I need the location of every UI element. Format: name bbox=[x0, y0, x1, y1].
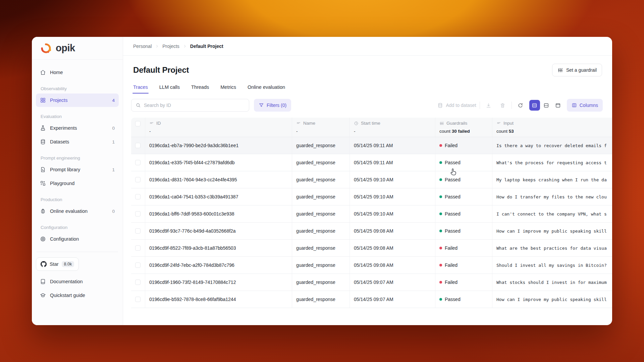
trace-start-time: 05/14/25 09:11 AM bbox=[354, 143, 393, 148]
column-label: Start time bbox=[361, 121, 380, 126]
add-to-dataset-label: Add to dataset bbox=[446, 103, 476, 108]
trace-id-link[interactable]: 0196cd9e-b592-7878-8ce8-66faf9ba1244 bbox=[149, 297, 236, 302]
export-download-button[interactable] bbox=[483, 100, 494, 111]
tab-online-evaluation[interactable]: Online evaluation bbox=[248, 84, 285, 94]
guardrail-status: Failed bbox=[439, 245, 458, 251]
row-height-large-button[interactable] bbox=[553, 100, 564, 111]
row-checkbox[interactable] bbox=[135, 245, 141, 251]
table-row[interactable]: 0196cda1-e335-7f45-bf44-c27879afd6dbguar… bbox=[131, 154, 612, 171]
trace-id-link[interactable]: 0196cd9f-1960-73f2-8149-74170884c712 bbox=[149, 280, 236, 285]
status-dot-icon bbox=[439, 298, 442, 301]
logo[interactable]: opik bbox=[32, 37, 123, 60]
table-row[interactable]: 0196cda1-bff6-7ddf-9583-600c01c3e938guar… bbox=[131, 205, 612, 223]
column-aggregate: - bbox=[296, 129, 345, 134]
row-checkbox[interactable] bbox=[135, 160, 141, 165]
playground-icon bbox=[40, 180, 46, 186]
guardrail-status: Passed bbox=[439, 297, 461, 302]
row-height-medium-button[interactable] bbox=[541, 100, 552, 111]
sidebar-section-observability: Observability bbox=[36, 86, 119, 91]
column-header-input[interactable]: Inputcount 53 bbox=[492, 118, 612, 137]
filters-button[interactable]: Filters (0) bbox=[254, 99, 291, 112]
trace-start-time: 05/14/25 09:11 AM bbox=[354, 160, 393, 165]
github-star-button[interactable]: Star 8.0k bbox=[36, 257, 79, 271]
tab-threads[interactable]: Threads bbox=[191, 84, 209, 94]
guardrail-icon bbox=[557, 67, 563, 73]
sidebar-item-projects[interactable]: Projects4 bbox=[36, 94, 119, 107]
column-header-id[interactable]: ID- bbox=[145, 118, 292, 137]
search-input[interactable] bbox=[144, 103, 245, 108]
guardrail-status: Passed bbox=[439, 228, 461, 234]
table-row[interactable]: 0196cd9f-1960-73f2-8149-74170884c712guar… bbox=[131, 274, 612, 291]
table-row[interactable]: 0196cd9e-b592-7878-8ce8-66faf9ba1244guar… bbox=[131, 291, 612, 308]
table-row[interactable]: 0196cd9f-24fd-7ebc-a2f0-784d3b87c796guar… bbox=[131, 257, 612, 274]
columns-button[interactable]: Columns bbox=[567, 99, 603, 112]
column-aggregate: count 53 bbox=[496, 129, 608, 134]
trace-name: guarded_response bbox=[296, 194, 335, 199]
trace-id-link[interactable]: 0196cda1-ca04-7541-b353-c3b39a491387 bbox=[149, 194, 238, 199]
add-to-dataset-button[interactable]: Add to dataset bbox=[437, 103, 476, 108]
row-checkbox[interactable] bbox=[135, 194, 141, 199]
table-row[interactable]: 0196cda1-eb7a-7990-be2d-9a3dc36b1ee1guar… bbox=[131, 137, 612, 154]
table-row[interactable]: 0196cda1-ca04-7541-b353-c3b39a491387guar… bbox=[131, 188, 612, 205]
trace-id-link[interactable]: 0196cda1-eb7a-7990-be2d-9a3dc36b1ee1 bbox=[149, 143, 238, 148]
row-height-small-button[interactable] bbox=[529, 100, 540, 111]
select-all-checkbox[interactable] bbox=[135, 121, 141, 126]
chevron-right-icon bbox=[155, 44, 159, 48]
search-input-wrapper bbox=[131, 99, 249, 112]
divider bbox=[512, 102, 512, 109]
column-header-name[interactable]: Name- bbox=[292, 118, 350, 137]
row-checkbox[interactable] bbox=[135, 297, 141, 302]
trace-id-link[interactable]: 0196cda1-bff6-7ddf-9583-600c01c3e938 bbox=[149, 211, 234, 217]
table-row[interactable]: 0196cd9f-93c7-776c-b49d-4a0352668f2aguar… bbox=[131, 223, 612, 240]
rows-large-icon bbox=[555, 103, 561, 108]
column-header-start[interactable]: Start time- bbox=[350, 118, 435, 137]
breadcrumb-item-projects[interactable]: Projects bbox=[162, 44, 179, 49]
guardrail-status: Passed bbox=[439, 177, 461, 182]
row-checkbox[interactable] bbox=[135, 211, 141, 217]
table-row[interactable]: 0196cda1-d831-7604-94e3-cc24e4fe4395guar… bbox=[131, 171, 612, 188]
trace-id-link[interactable]: 0196cd9f-24fd-7ebc-a2f0-784d3b87c796 bbox=[149, 262, 234, 268]
sidebar-item-prompt-library[interactable]: Prompt library1 bbox=[36, 163, 119, 176]
sidebar-item-experiments[interactable]: Experiments0 bbox=[36, 121, 119, 135]
sidebar-section-configuration: Configuration bbox=[36, 225, 119, 230]
row-checkbox[interactable] bbox=[135, 262, 141, 268]
set-guardrail-button[interactable]: Set a guardrail bbox=[552, 64, 602, 76]
prompt-file-icon bbox=[40, 167, 46, 173]
status-dot-icon bbox=[439, 247, 442, 249]
sidebar-item-configuration[interactable]: Configuration bbox=[36, 232, 119, 246]
sidebar-item-label: Datasets bbox=[50, 139, 69, 144]
refresh-button[interactable] bbox=[515, 100, 526, 111]
clock-icon bbox=[354, 121, 359, 126]
table-row[interactable]: 0196cd9f-8522-7f89-a3cb-81a87bb56503guar… bbox=[131, 240, 612, 257]
sidebar-item-home[interactable]: Home bbox=[36, 66, 119, 79]
sidebar-section-production: Production bbox=[36, 197, 119, 202]
sidebar-item-documentation[interactable]: Documentation bbox=[36, 275, 119, 288]
row-checkbox[interactable] bbox=[135, 228, 141, 234]
trace-id-link[interactable]: 0196cd9f-8522-7f89-a3cb-81a87bb56503 bbox=[149, 245, 236, 251]
sidebar-item-datasets[interactable]: Datasets1 bbox=[36, 135, 119, 148]
trace-id-link[interactable]: 0196cd9f-93c7-776c-b49d-4a0352668f2a bbox=[149, 228, 236, 234]
row-checkbox[interactable] bbox=[135, 177, 141, 182]
column-aggregate: - bbox=[354, 129, 431, 134]
title-row: Default Project Set a guardrail bbox=[123, 56, 612, 76]
sidebar-item-online-evaluation[interactable]: Online evaluation0 bbox=[36, 204, 119, 218]
trace-id-link[interactable]: 0196cda1-d831-7604-94e3-cc24e4fe4395 bbox=[149, 177, 237, 182]
row-checkbox[interactable] bbox=[135, 143, 141, 148]
table-header: ID-Name-Start time-Guardrailscount 30 fa… bbox=[131, 118, 612, 137]
sidebar-item-count: 0 bbox=[112, 126, 115, 131]
sidebar-item-quickstart-guide[interactable]: Quickstart guide bbox=[36, 289, 119, 302]
status-dot-icon bbox=[439, 213, 442, 215]
row-checkbox[interactable] bbox=[135, 280, 141, 285]
column-header-guard[interactable]: Guardrailscount 30 failed bbox=[435, 118, 492, 137]
breadcrumb-item-default-project[interactable]: Default Project bbox=[190, 44, 223, 49]
book-icon bbox=[40, 279, 46, 285]
sidebar-item-playground[interactable]: Playground bbox=[36, 177, 119, 190]
trace-input-text: How do I transfer my files to the new cl… bbox=[496, 194, 607, 199]
tab-llm-calls[interactable]: LLM calls bbox=[159, 84, 180, 94]
columns-icon bbox=[572, 103, 577, 108]
breadcrumb-item-personal[interactable]: Personal bbox=[133, 44, 152, 49]
trace-id-link[interactable]: 0196cda1-e335-7f45-bf44-c27879afd6db bbox=[149, 160, 235, 165]
tab-metrics[interactable]: Metrics bbox=[220, 84, 236, 94]
delete-button[interactable] bbox=[497, 100, 508, 111]
tab-traces[interactable]: Traces bbox=[133, 84, 148, 94]
